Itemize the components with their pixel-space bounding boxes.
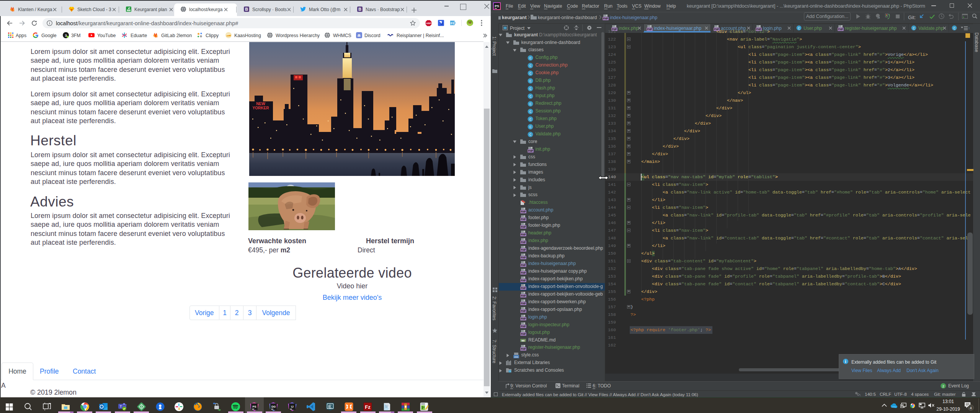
svg-text:PHP: PHP [521, 249, 526, 251]
svg-text:T: T [120, 405, 122, 408]
svg-text:NEW: NEW [256, 102, 265, 106]
svg-text:PHP: PHP [521, 272, 526, 274]
svg-text:C: C [529, 118, 531, 122]
svg-text:PHP: PHP [521, 226, 526, 228]
svg-text:css: css [514, 356, 518, 358]
svg-text:C: C [529, 57, 531, 60]
svg-text:YORKER: YORKER [253, 106, 270, 110]
svg-text:1: 1 [969, 27, 969, 29]
svg-text:C: C [529, 133, 531, 137]
svg-text:Fz: Fz [365, 404, 371, 410]
svg-text:PHP: PHP [838, 28, 843, 31]
svg-text:PHP: PHP [521, 325, 526, 328]
svg-text:B: B [358, 7, 361, 11]
svg-text:PHP: PHP [521, 317, 526, 320]
svg-text:C: C [529, 80, 531, 83]
svg-text:PHP: PHP [521, 310, 526, 312]
svg-text:PHP: PHP [521, 287, 526, 289]
svg-text:PHP: PHP [521, 348, 526, 350]
svg-text:C: C [798, 27, 800, 31]
svg-text:PHP: PHP [521, 210, 526, 213]
svg-text:ABP: ABP [426, 22, 431, 24]
svg-text:C: C [529, 95, 531, 99]
svg-text:PHP: PHP [528, 150, 533, 152]
svg-text:2: 2 [942, 384, 944, 388]
svg-text:PS: PS [252, 405, 256, 408]
svg-text:PHP: PHP [521, 279, 526, 282]
svg-text:C: C [953, 27, 955, 31]
svg-text:PHP: PHP [521, 333, 526, 335]
svg-text:C: C [529, 125, 531, 129]
svg-text:?: ? [859, 393, 861, 397]
svg-text:C: C [529, 64, 531, 68]
svg-text:FI: FI [451, 21, 454, 25]
svg-text:B: B [245, 7, 248, 11]
svg-text:C: C [529, 102, 531, 106]
svg-text:PHP: PHP [521, 302, 526, 305]
svg-text:4: 4 [970, 406, 972, 410]
svg-text:C: C [913, 27, 915, 31]
svg-text:PHP: PHP [521, 294, 526, 297]
svg-text:PHP: PHP [521, 256, 526, 259]
svg-text:PHP: PHP [521, 218, 526, 221]
svg-text:C: C [529, 87, 531, 91]
svg-text:PHP: PHP [603, 17, 608, 20]
svg-text:PHP: PHP [521, 264, 526, 267]
svg-text:MD: MD [521, 339, 525, 341]
svg-text:PHP: PHP [521, 241, 526, 244]
svg-text:IJ: IJ [291, 405, 293, 408]
svg-text:C: C [529, 110, 531, 114]
svg-text:C: C [529, 72, 531, 76]
svg-text:PS: PS [495, 4, 499, 8]
svg-text:3: 3 [65, 34, 67, 37]
svg-text:DG: DG [271, 405, 276, 408]
svg-text:PHP: PHP [521, 233, 526, 236]
